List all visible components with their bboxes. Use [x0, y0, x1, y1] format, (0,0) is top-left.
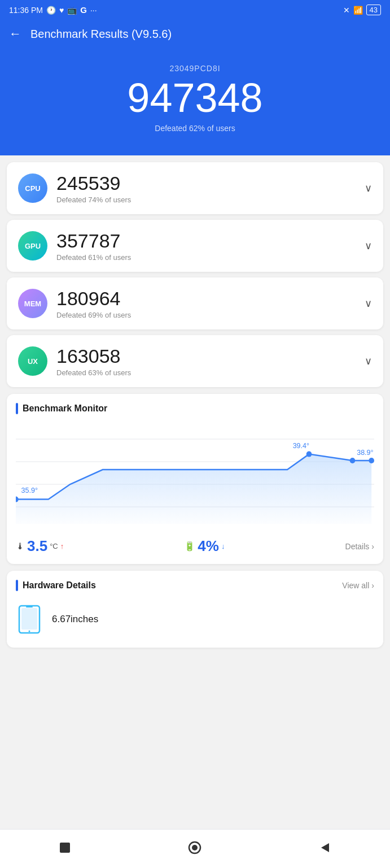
- ux-expand-icon[interactable]: ∨: [365, 355, 372, 367]
- gpu-defeated-text: Defeated 61% of users: [56, 253, 356, 262]
- monitor-title: Benchmark Monitor: [23, 403, 107, 414]
- cpu-score-card[interactable]: CPU 245539 Defeated 74% of users ∨: [7, 162, 383, 214]
- monitor-title-row: Benchmark Monitor: [16, 403, 374, 414]
- gpu-score-info: 357787 Defeated 61% of users: [56, 230, 356, 262]
- mem-score-info: 180964 Defeated 69% of users: [56, 288, 356, 319]
- ux-defeated-text: Defeated 63% of users: [56, 368, 356, 377]
- hardware-title: Hardware Details: [23, 580, 96, 591]
- monitor-stats-row: 🌡 3.5 °C ↑ 🔋 4% ↓ Details ›: [16, 533, 374, 555]
- heart-icon: ♥: [59, 6, 64, 15]
- chart-fill-area: [16, 454, 371, 524]
- temp-arrow-icon: ↑: [60, 542, 64, 550]
- cpu-defeated-text: Defeated 74% of users: [56, 196, 356, 204]
- more-icon: ···: [90, 6, 97, 15]
- nav-home-button[interactable]: [183, 836, 206, 859]
- ux-score-card[interactable]: UX 163058 Defeated 63% of users ∨: [7, 335, 383, 387]
- page-title: Benchmark Results (V9.5.6): [30, 28, 172, 41]
- svg-point-10: [192, 845, 198, 850]
- screen-icon: [16, 604, 43, 635]
- cpu-score-value: 245539: [56, 172, 356, 194]
- monitor-title-bar: [16, 403, 18, 414]
- total-score: 947348: [9, 77, 381, 118]
- chart-point-4: [369, 458, 374, 463]
- temperature-stat: 🌡 3.5 °C ↑: [16, 537, 64, 555]
- gpu-score-card[interactable]: GPU 357787 Defeated 61% of users ∨: [7, 220, 383, 272]
- score-cards-section: CPU 245539 Defeated 74% of users ∨ GPU 3…: [0, 155, 390, 387]
- view-all-label: View all: [342, 581, 369, 590]
- chart-point-3: [350, 458, 356, 463]
- thermometer-icon: 🌡: [16, 541, 25, 552]
- details-link[interactable]: Details ›: [345, 542, 374, 551]
- details-label: Details: [345, 542, 370, 551]
- battery-arrow-icon: ↓: [221, 542, 225, 550]
- status-right: ✕ 📶 43: [343, 5, 381, 15]
- cpu-expand-icon[interactable]: ∨: [365, 182, 372, 194]
- ux-score-info: 163058 Defeated 63% of users: [56, 345, 356, 377]
- ux-score-value: 163058: [56, 345, 356, 367]
- status-left: 11:36 PM 🕐 ♥ 📺 G ···: [9, 5, 97, 15]
- svg-rect-8: [60, 843, 70, 853]
- wifi-icon: 📶: [353, 6, 363, 15]
- bottom-navigation: [0, 829, 390, 868]
- square-icon: [58, 841, 72, 854]
- hardware-details-section: Hardware Details View all › 6.67inches: [7, 571, 383, 648]
- svg-rect-5: [21, 608, 37, 630]
- mem-badge: MEM: [18, 289, 47, 318]
- battery-icon: 🔋: [184, 541, 195, 552]
- hero-section: 23049PCD8I 947348 Defeated 62% of users: [0, 53, 390, 155]
- temp-unit: °C: [50, 542, 58, 550]
- nav-square-button[interactable]: [54, 836, 76, 859]
- ux-badge: UX: [18, 346, 47, 376]
- time-display: 11:36 PM: [9, 6, 43, 15]
- nav-back-button[interactable]: [314, 836, 336, 859]
- svg-point-6: [29, 631, 30, 632]
- mem-expand-icon[interactable]: ∨: [365, 297, 372, 310]
- details-chevron-icon: ›: [371, 542, 374, 551]
- chart-label-peak: 39.4°: [293, 441, 309, 450]
- google-icon: G: [80, 5, 87, 15]
- hardware-title-row: Hardware Details: [16, 580, 96, 591]
- battery-stat: 🔋 4% ↓: [184, 537, 225, 555]
- close-icon: ✕: [343, 6, 350, 15]
- temperature-chart: 35.9° 39.4° 38.9°: [16, 422, 374, 524]
- cpu-badge: CPU: [18, 173, 47, 203]
- battery-value: 4%: [198, 537, 219, 555]
- device-id: 23049PCD8I: [9, 64, 381, 73]
- cast-icon: 📺: [67, 6, 77, 15]
- hardware-header: Hardware Details View all ›: [16, 580, 374, 591]
- view-all-chevron-icon: ›: [371, 581, 374, 590]
- chart-svg: 35.9° 39.4° 38.9°: [16, 422, 374, 524]
- hardware-item-screen: 6.67inches: [16, 600, 374, 639]
- hardware-title-bar: [16, 580, 18, 591]
- circle-icon: [187, 840, 202, 855]
- mem-score-card[interactable]: MEM 180964 Defeated 69% of users ∨: [7, 277, 383, 329]
- svg-marker-11: [321, 843, 329, 852]
- battery-display: 43: [366, 5, 381, 15]
- defeated-all-text: Defeated 62% of users: [9, 124, 381, 133]
- chart-point-2: [306, 452, 312, 457]
- gpu-expand-icon[interactable]: ∨: [365, 240, 372, 252]
- mem-defeated-text: Defeated 69% of users: [56, 311, 356, 319]
- chart-label-end: 38.9°: [357, 448, 373, 457]
- benchmark-monitor-section: Benchmark Monitor: [7, 394, 383, 564]
- temp-value: 3.5: [27, 537, 47, 555]
- gpu-score-value: 357787: [56, 230, 356, 252]
- view-all-link[interactable]: View all ›: [342, 581, 374, 590]
- gpu-badge: GPU: [18, 231, 47, 261]
- app-header: ← Benchmark Results (V9.5.6): [0, 20, 390, 53]
- cpu-score-info: 245539 Defeated 74% of users: [56, 172, 356, 204]
- alarm-icon: 🕐: [46, 6, 56, 15]
- back-button[interactable]: ←: [9, 27, 21, 41]
- status-bar: 11:36 PM 🕐 ♥ 📺 G ··· ✕ 📶 43: [0, 0, 390, 20]
- svg-rect-7: [26, 606, 33, 607]
- mem-score-value: 180964: [56, 288, 356, 310]
- triangle-icon: [319, 841, 331, 854]
- chart-label-start: 35.9°: [21, 486, 38, 494]
- screen-size-value: 6.67inches: [52, 614, 98, 625]
